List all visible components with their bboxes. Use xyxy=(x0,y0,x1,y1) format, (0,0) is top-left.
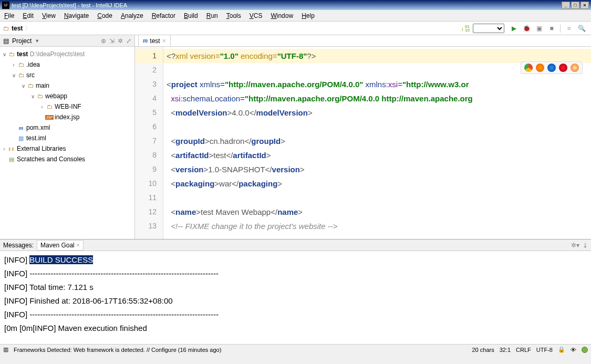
status-bar: ▥ Frameworks Detected: Web framework is … xyxy=(0,344,591,355)
tree-root[interactable]: ∨🗀test D:\IdeaProjects\test xyxy=(0,49,134,59)
safari-icon[interactable] xyxy=(547,64,556,72)
navigation-bar: 🗀 test 〉 ↓0110 ▶ 🐞 ▣ ■ ⌗ 🔍 xyxy=(0,22,591,35)
project-tree: ∨🗀test D:\IdeaProjects\test ›🗀.idea ∨🗀sr… xyxy=(0,47,134,239)
status-line-separator[interactable]: CRLF xyxy=(516,347,531,353)
project-tool-window: ▤ Project ▼ ⊕ ⇲ ✲ ⤢ ∨🗀test D:\IdeaProjec… xyxy=(0,35,135,239)
editor-gutter: 12345678910111213 xyxy=(135,47,163,239)
locate-icon[interactable]: ⊕ xyxy=(101,37,106,45)
status-icon[interactable]: ▥ xyxy=(3,346,8,353)
folder-icon: 🗀 xyxy=(3,25,9,32)
collapse-all-icon[interactable]: ⇲ xyxy=(109,37,115,45)
settings-gear-icon[interactable]: ✲▾ xyxy=(571,242,579,249)
minimize-button[interactable]: _ xyxy=(562,2,570,9)
project-view-icon: ▤ xyxy=(3,37,9,45)
code-editor[interactable]: 12345678910111213 <?xml version="1.0" en… xyxy=(135,47,591,239)
breadcrumb[interactable]: 🗀 test 〉 xyxy=(3,24,31,33)
messages-header: Messages: Maven Goal × ✲▾ ⤓ xyxy=(0,240,591,251)
run-icon[interactable]: ▶ xyxy=(510,24,518,33)
status-position[interactable]: 32:1 xyxy=(500,347,511,353)
menu-window[interactable]: Window xyxy=(266,11,297,20)
status-encoding[interactable]: UTF-8 xyxy=(536,347,553,353)
message-line: [INFO] Total time: 7.121 s xyxy=(4,280,587,294)
hide-icon[interactable]: ⤢ xyxy=(126,37,131,45)
tree-item-src[interactable]: ∨🗀src xyxy=(0,70,134,80)
menu-navigate[interactable]: Navigate xyxy=(60,11,93,20)
chevron-right-icon: 〉 xyxy=(25,24,31,33)
opera-icon[interactable] xyxy=(559,64,567,72)
tree-item-external-libraries[interactable]: ›⫾⫾External Libraries xyxy=(0,143,134,154)
hide-icon[interactable]: ⤓ xyxy=(583,242,588,249)
status-indicator-icon[interactable] xyxy=(582,347,588,353)
editor-tab-test[interactable]: m test × xyxy=(138,35,171,46)
app-icon: IJ xyxy=(2,2,9,9)
maximize-button[interactable]: □ xyxy=(571,2,579,9)
settings-gear-icon[interactable]: ✲ xyxy=(118,37,123,45)
project-pane-header: ▤ Project ▼ ⊕ ⇲ ✲ ⤢ xyxy=(0,35,134,47)
project-structure-icon[interactable]: ⌗ xyxy=(565,24,573,33)
breadcrumb-project: test xyxy=(12,25,23,32)
messages-title: Messages: xyxy=(3,242,34,249)
menu-vcs[interactable]: VCS xyxy=(245,11,267,20)
debug-icon[interactable]: 🐞 xyxy=(522,24,531,33)
yandex-icon[interactable] xyxy=(571,64,579,72)
menu-view[interactable]: View xyxy=(38,11,60,20)
tree-item-idea[interactable]: ›🗀.idea xyxy=(0,59,134,70)
inspector-icon[interactable]: 👁 xyxy=(571,347,576,353)
window-title: test [D:\IdeaProjects\test] - test - Int… xyxy=(12,2,127,8)
tree-item-webinf[interactable]: ›🗀WEB-INF xyxy=(0,101,134,112)
close-tab-icon[interactable]: × xyxy=(162,37,166,45)
editor-tabs: m test × xyxy=(135,35,591,47)
menu-run[interactable]: Run xyxy=(202,11,222,20)
menu-code[interactable]: Code xyxy=(93,11,117,20)
firefox-icon[interactable] xyxy=(536,64,544,72)
message-line: [INFO] Finished at: 2018-06-17T16:55:32+… xyxy=(4,294,587,308)
maven-icon: m xyxy=(143,37,148,45)
lock-icon[interactable]: 🔒 xyxy=(558,346,565,353)
editor-tab-label: test xyxy=(150,37,160,45)
messages-tool-window: Messages: Maven Goal × ✲▾ ⤓ [INFO] BUILD… xyxy=(0,239,591,344)
stop-icon[interactable]: ■ xyxy=(547,24,556,33)
menu-edit[interactable]: Edit xyxy=(18,11,38,20)
message-line: [INFO] ---------------------------------… xyxy=(4,308,587,321)
messages-output[interactable]: [INFO] BUILD SUCCESS[INFO] -------------… xyxy=(0,251,591,344)
message-line: [INFO] BUILD SUCCESS xyxy=(4,253,587,267)
close-button[interactable]: × xyxy=(580,2,589,9)
status-framework-message[interactable]: Frameworks Detected: Web framework is de… xyxy=(14,347,221,353)
editor-area: m test × 12345678910111213 <?xml version… xyxy=(135,35,591,239)
tree-item-scratches[interactable]: ▤Scratches and Consoles xyxy=(0,154,134,164)
editor-content[interactable]: <?xml version="1.0" encoding="UTF-8"?><p… xyxy=(163,47,591,239)
tree-item-main[interactable]: ∨🗀main xyxy=(0,80,134,91)
message-line: [INFO] ---------------------------------… xyxy=(4,267,587,280)
coverage-icon[interactable]: ▣ xyxy=(535,24,543,33)
tree-item-webapp[interactable]: ∨🗀webapp xyxy=(0,91,134,101)
message-line: [0m [0m[INFO] Maven execution finished xyxy=(4,321,587,335)
tree-item-pom[interactable]: mpom.xml xyxy=(0,122,134,133)
menu-tools[interactable]: Tools xyxy=(222,11,245,20)
tree-item-indexjsp[interactable]: JSPindex.jsp xyxy=(0,112,134,122)
menu-bar: FileEditViewNavigateCodeAnalyzeRefactorB… xyxy=(0,10,591,22)
project-pane-title[interactable]: Project xyxy=(12,37,32,45)
menu-file[interactable]: File xyxy=(0,11,18,20)
messages-tab-maven-goal[interactable]: Maven Goal × xyxy=(37,240,84,251)
download-indicator-icon[interactable]: ↓0110 xyxy=(461,25,470,32)
menu-build[interactable]: Build xyxy=(180,11,202,20)
window-titlebar: IJ test [D:\IdeaProjects\test] - test - … xyxy=(0,0,591,10)
menu-help[interactable]: Help xyxy=(297,11,319,20)
status-chars: 20 chars xyxy=(472,347,494,353)
tree-item-iml[interactable]: ▥test.iml xyxy=(0,133,134,143)
run-config-dropdown[interactable] xyxy=(473,24,504,33)
menu-analyze[interactable]: Analyze xyxy=(117,11,148,20)
search-icon[interactable]: 🔍 xyxy=(577,24,586,33)
dropdown-icon[interactable]: ▼ xyxy=(35,38,39,44)
menu-refactor[interactable]: Refactor xyxy=(148,11,180,20)
chrome-icon[interactable] xyxy=(524,64,533,72)
browser-icons-popup xyxy=(521,61,583,74)
close-tab-icon[interactable]: × xyxy=(76,242,80,249)
